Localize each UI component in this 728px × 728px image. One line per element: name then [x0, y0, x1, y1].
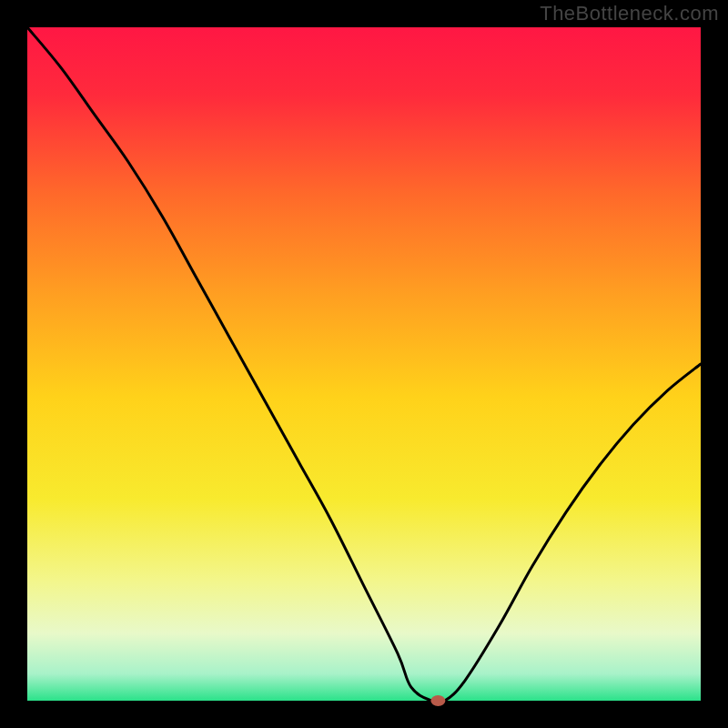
watermark-text: TheBottleneck.com — [540, 2, 719, 25]
bottleneck-chart — [0, 0, 728, 728]
chart-frame: TheBottleneck.com — [0, 0, 728, 728]
plot-background — [27, 27, 701, 701]
optimal-marker — [430, 695, 445, 706]
